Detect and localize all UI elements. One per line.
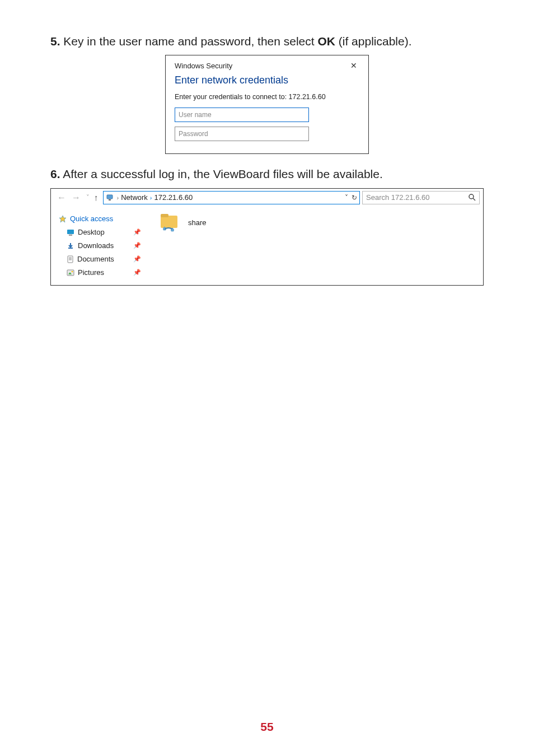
svg-rect-8: [68, 256, 73, 263]
sidebar: Quick access Desktop 📌 Downloads 📌: [51, 207, 149, 285]
step-5-text-b: (if applicable).: [335, 35, 412, 48]
recent-dropdown-icon[interactable]: ˅: [83, 194, 92, 201]
forward-icon[interactable]: →: [69, 193, 83, 203]
address-bar[interactable]: › Network › 172.21.6.60 ˅ ↻: [103, 191, 360, 204]
share-folder[interactable]: share: [159, 212, 207, 234]
step-5-text-a: Key in the user name and password, then …: [60, 35, 318, 48]
search-icon: [469, 194, 476, 201]
search-input[interactable]: Search 172.21.6.60: [362, 191, 480, 204]
page-number: 55: [0, 720, 534, 734]
close-icon[interactable]: ✕: [348, 61, 359, 70]
svg-rect-1: [109, 199, 111, 200]
breadcrumb-ip[interactable]: 172.21.6.60: [154, 193, 193, 202]
dialog-heading: Enter network credentials: [175, 74, 359, 86]
breadcrumb-network[interactable]: Network: [121, 193, 148, 202]
sidebar-item-label: Pictures: [78, 268, 104, 277]
step-6-number: 6.: [50, 167, 60, 180]
pin-icon: 📌: [133, 255, 141, 263]
address-bar-controls: ˅ ↻: [345, 194, 357, 202]
sidebar-item-quick-access[interactable]: Quick access: [59, 212, 146, 226]
star-icon: [59, 215, 67, 223]
sidebar-item-label: Desktop: [78, 228, 105, 236]
svg-point-2: [469, 194, 474, 199]
password-placeholder: Password: [179, 130, 208, 138]
svg-rect-5: [67, 230, 74, 234]
sidebar-item-desktop[interactable]: Desktop 📌: [59, 226, 146, 239]
chevron-right-icon: ›: [150, 194, 152, 201]
step-5-number: 5.: [50, 35, 60, 48]
network-icon: [106, 194, 115, 202]
dialog-message: Enter your credentials to connect to: 17…: [175, 93, 359, 101]
folder-label: share: [188, 218, 207, 227]
chevron-right-icon: ›: [117, 194, 119, 201]
refresh-icon[interactable]: ↻: [352, 194, 357, 202]
dialog-title: Windows Security: [175, 62, 232, 70]
svg-marker-4: [59, 216, 66, 222]
up-icon[interactable]: ↑: [92, 193, 101, 202]
sidebar-item-documents[interactable]: Documents 📌: [59, 253, 146, 266]
step-6-text: After a successful log in, the ViewBoard…: [60, 167, 383, 180]
pin-icon: 📌: [133, 269, 141, 276]
sidebar-item-pictures[interactable]: Pictures 📌: [59, 266, 146, 279]
windows-security-dialog: Windows Security ✕ Enter network credent…: [165, 55, 369, 154]
svg-rect-16: [161, 214, 168, 217]
username-placeholder: User name: [179, 111, 212, 119]
explorer-body: Quick access Desktop 📌 Downloads 📌: [51, 207, 483, 285]
username-field[interactable]: User name: [175, 108, 309, 122]
content-pane: share: [149, 207, 483, 285]
svg-point-14: [72, 270, 73, 272]
shared-folder-icon: [159, 212, 182, 234]
pin-icon: 📌: [133, 228, 141, 236]
step-6: 6. After a successful log in, the ViewBo…: [50, 166, 484, 182]
back-icon[interactable]: ←: [54, 193, 69, 203]
explorer-toolbar: ← → ˅ ↑ › Network › 172.21.6.60 ˅ ↻ Sear…: [51, 189, 483, 207]
svg-rect-6: [69, 235, 72, 236]
svg-line-3: [473, 198, 475, 200]
pictures-icon: [67, 269, 74, 276]
dialog-titlebar: Windows Security ✕: [175, 61, 359, 70]
search-placeholder: Search 172.21.6.60: [366, 193, 429, 202]
chevron-down-icon[interactable]: ˅: [345, 194, 348, 202]
sidebar-item-downloads[interactable]: Downloads 📌: [59, 239, 146, 253]
sidebar-item-label: Quick access: [70, 214, 113, 223]
downloads-icon: [67, 242, 74, 250]
password-field[interactable]: Password: [175, 127, 309, 141]
step-5: 5. Key in the user name and password, th…: [50, 34, 484, 49]
svg-rect-7: [68, 248, 73, 249]
sidebar-item-label: Downloads: [78, 241, 114, 250]
pin-icon: 📌: [133, 242, 141, 249]
documents-icon: [67, 255, 74, 263]
step-5-ok: OK: [317, 35, 335, 48]
svg-rect-15: [161, 216, 177, 228]
file-explorer: ← → ˅ ↑ › Network › 172.21.6.60 ˅ ↻ Sear…: [50, 188, 484, 286]
desktop-icon: [67, 229, 74, 236]
svg-rect-12: [67, 270, 74, 276]
sidebar-item-label: Documents: [77, 255, 114, 263]
svg-rect-0: [107, 195, 113, 199]
